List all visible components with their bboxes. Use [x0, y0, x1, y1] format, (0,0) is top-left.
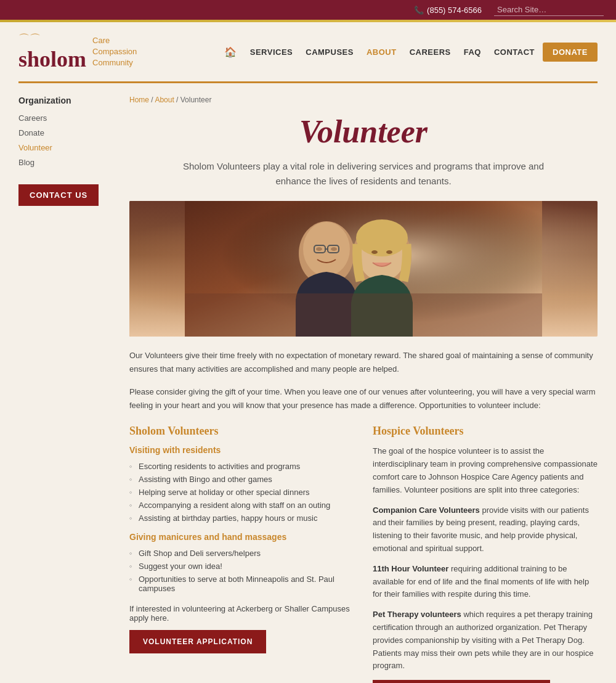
phone-number: 📞 (855) 574-6566 [414, 6, 482, 15]
nav-contact[interactable]: CONTACT [489, 44, 540, 60]
list-item: Helping serve at holiday or other specia… [129, 486, 354, 499]
page-subtitle: Sholom Volunteers play a vital role in d… [179, 159, 548, 189]
site-header: ⌒⌒ sholom Care Compassion Community 🏠 SE… [0, 22, 616, 81]
manicures-list: Gift Shop and Deli servers/helpers Sugge… [129, 547, 354, 595]
visiting-list: Escorting residents to activities and pr… [129, 460, 354, 525]
main-nav: 🏠 SERVICES CAMPUSES ABOUT CAREERS FAQ CO… [219, 43, 598, 62]
companion-care: Companion Care Volunteers provide visits… [373, 504, 598, 555]
list-item: Escorting residents to activities and pr… [129, 460, 354, 473]
svg-point-4 [316, 247, 322, 251]
nav-services[interactable]: SERVICES [245, 44, 298, 60]
sidebar: Organization Careers Donate Volunteer Bl… [18, 96, 117, 683]
page-title: Volunteer [129, 113, 598, 150]
hospice-volunteers-col: Hospice Volunteers The goal of the hospi… [373, 425, 598, 683]
companion-bold: Companion Care Volunteers [373, 505, 480, 515]
logo[interactable]: ⌒⌒ sholom [18, 31, 86, 72]
contact-us-button[interactable]: CONTACT US [18, 184, 99, 206]
svg-point-5 [331, 247, 337, 251]
svg-point-11 [356, 219, 408, 256]
hospice-body: The goal of the hospice volunteer is to … [373, 445, 598, 496]
search-input[interactable] [494, 4, 604, 16]
top-bar: 📞 (855) 574-6566 [0, 0, 616, 20]
hero-svg [129, 201, 598, 337]
list-item: Assisting with Bingo and other games [129, 473, 354, 486]
body-text-1: Our Volunteers give their time freely wi… [129, 349, 598, 376]
sidebar-item-careers[interactable]: Careers [18, 113, 117, 123]
nav-home[interactable]: 🏠 [219, 43, 242, 61]
eleventh-bold: 11th Hour Volunteer [373, 564, 448, 573]
sholom-volunteers-col: Sholom Volunteers Visiting with resident… [129, 425, 354, 683]
donate-button[interactable]: DONATE [543, 43, 598, 62]
breadcrumb-about[interactable]: About [155, 96, 174, 104]
main-content: Home / About / Volunteer Volunteer Sholo… [129, 96, 598, 683]
hero-image [129, 201, 598, 337]
list-item: Accompanying a resident along with staff… [129, 499, 354, 512]
sidebar-item-blog[interactable]: Blog [18, 157, 117, 167]
hospice-volunteer-button[interactable]: HOSPICE VOLUNTEER APPLICATION [373, 680, 550, 683]
content-wrapper: Organization Careers Donate Volunteer Bl… [0, 83, 616, 683]
sidebar-nav: Careers Donate Volunteer Blog [18, 113, 117, 167]
phone-icon: 📞 [414, 6, 424, 15]
breadcrumb-current: Volunteer [180, 96, 212, 104]
logo-roof-icon: ⌒⌒ [18, 31, 86, 46]
svg-point-12 [371, 250, 378, 254]
sholom-heading: Sholom Volunteers [129, 425, 354, 438]
list-item: Gift Shop and Deli servers/helpers [129, 547, 354, 560]
logo-area: ⌒⌒ sholom Care Compassion Community [18, 31, 137, 72]
sidebar-item-donate[interactable]: Donate [18, 128, 117, 137]
list-item: Assisting at birthday parties, happy hou… [129, 512, 354, 525]
list-item: Suggest your own idea! [129, 560, 354, 573]
breadcrumb: Home / About / Volunteer [129, 96, 598, 104]
logo-text: sholom [18, 46, 86, 72]
apply-text: If interested in volunteering at Ackerbe… [129, 604, 354, 623]
sidebar-item-volunteer[interactable]: Volunteer [18, 142, 117, 152]
list-item: Opportunities to serve at both Minneapol… [129, 573, 354, 595]
pet-therapy: Pet Therapy volunteers which requires a … [373, 608, 598, 673]
nav-careers[interactable]: CAREERS [405, 44, 456, 60]
hospice-heading: Hospice Volunteers [373, 425, 598, 438]
two-column-section: Sholom Volunteers Visiting with resident… [129, 425, 598, 683]
nav-about[interactable]: ABOUT [362, 44, 402, 60]
body-text-2: Please consider giving the gift of your … [129, 385, 598, 412]
nav-faq[interactable]: FAQ [459, 44, 486, 60]
manicures-heading: Giving manicures and hand massages [129, 532, 354, 542]
nav-campuses[interactable]: CAMPUSES [301, 44, 359, 60]
visiting-heading: Visiting with residents [129, 445, 354, 455]
sidebar-title: Organization [18, 96, 117, 105]
svg-rect-14 [185, 293, 542, 337]
pet-bold: Pet Therapy volunteers [373, 610, 461, 619]
logo-tagline: Care Compassion Community [92, 35, 137, 69]
breadcrumb-home[interactable]: Home [129, 96, 149, 104]
volunteer-application-button[interactable]: VOLUNTEER APPLICATION [129, 630, 266, 653]
svg-point-13 [386, 250, 392, 254]
eleventh-hour: 11th Hour Volunteer requiring additional… [373, 563, 598, 601]
